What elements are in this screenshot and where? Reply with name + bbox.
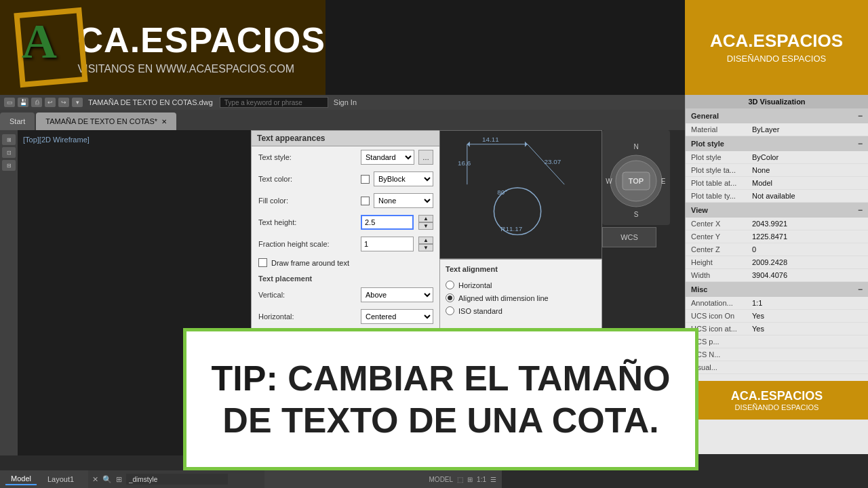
pp-ucsicon-at-row: UCS icon at... Yes [686,323,868,336]
text-height-row: Text height: ▲ ▼ [252,211,440,233]
model-icon-1[interactable]: ⬚ [457,476,463,483]
tb-icon-open[interactable]: ▭ [4,98,15,107]
fraction-height-row: Fraction height scale: ▲ ▼ [252,233,440,255]
svg-text:W: W [606,178,612,185]
model-icon-2[interactable]: ⊞ [467,476,473,483]
tb-icon-redo[interactable]: ↪ [58,98,69,107]
pp-centerx-val: 2043.9921 [752,220,863,228]
pp-section-general[interactable]: General − [686,108,868,123]
text-height-down[interactable]: ▼ [418,222,433,230]
pp-section-plotstyle[interactable]: Plot style − [686,136,868,151]
svg-text:R11.17: R11.17 [500,225,522,232]
radio-iso-row: ISO standard [446,304,596,317]
svg-text:S: S [634,211,639,218]
bb-tab-layout1[interactable]: Layout1 [42,474,79,485]
draw-frame-row: Draw frame around text [252,255,440,270]
vt-btn-1[interactable]: ⊞ [2,134,16,145]
pp-misc-collapse[interactable]: − [858,285,863,294]
vt-btn-2[interactable]: ⊡ [2,147,16,158]
svg-text:N: N [633,143,638,150]
pp-height-key: Height [691,258,752,266]
svg-text:14.11: 14.11 [482,136,499,143]
fill-color-row: Fill color: None [252,190,440,211]
pp-ucsp-row: UCS p... [686,336,868,348]
fill-color-select[interactable]: None [374,193,433,208]
vertical-label: Vertical: [258,291,357,299]
pp-height-val: 2009.2428 [752,258,863,266]
pp-centery-key: Center Y [691,232,752,241]
tb-icon-more[interactable]: ▾ [72,98,83,107]
dimstyle-header: Text appearances [252,131,440,146]
text-height-input[interactable] [361,215,414,230]
pp-plotstyle-collapse[interactable]: − [858,139,863,148]
horizontal-select[interactable]: Centered [361,309,433,324]
pp-visual-row: Visual... [686,361,868,374]
pp-general-collapse[interactable]: − [858,111,863,121]
horizontal-row: Horizontal: Centered [252,306,440,327]
text-color-label: Text color: [258,175,357,183]
pp-plotstyle-label: Plot style [691,140,724,148]
fraction-down[interactable]: ▼ [418,244,433,251]
vt-btn-3[interactable]: ⊟ [2,160,16,171]
pp-section-view[interactable]: View − [686,203,868,218]
svg-text:TOP: TOP [629,177,644,185]
tab-start-label: Start [9,117,25,125]
bb-tab-model[interactable]: Model [5,473,37,485]
svg-rect-0 [440,131,601,258]
radio-aligned[interactable] [446,293,454,302]
pp-plottable-at-val: Model [752,179,863,187]
svg-text:E: E [661,178,666,185]
vert-toolbar: ⊞ ⊡ ⊟ [0,130,18,455]
pp-centery-val: 1225.8471 [752,232,863,241]
pp-centerz-row: Center Z 0 [686,243,868,256]
text-style-label: Text style: [258,153,357,161]
fill-color-checkbox[interactable] [361,197,370,205]
text-style-select[interactable]: Standard [361,150,414,165]
titlebar-icons: ▭ 💾 ⎙ ↩ ↪ ▾ [4,98,83,107]
pp-ucsicon-on-val: Yes [752,312,863,320]
tab-dimstyle[interactable]: TAMAÑA DE TEXTO EN COTAS* ✕ [36,113,176,130]
fraction-height-label: Fraction height scale: [258,240,357,248]
pp-plotstyle-ta-val: None [752,166,863,174]
pp-plottable-ty-row: Plot table ty... Not available [686,190,868,203]
text-height-up[interactable]: ▲ [418,215,433,222]
preview-area: 14.11 16.6 23.07 80° R11.17 [439,130,602,259]
titlebar-signin[interactable]: Sign In [334,98,357,106]
text-color-checkbox[interactable] [361,175,370,184]
tab-start[interactable]: Start [0,113,35,130]
fraction-height-input[interactable] [361,237,414,251]
cmd-search-btn[interactable]: 🔍 [102,475,112,484]
vertical-select[interactable]: Above [361,287,433,302]
fraction-up[interactable]: ▲ [418,237,433,244]
logo-a-letter: A [22,14,57,70]
pp-section-misc[interactable]: Misc − [686,282,868,297]
pp-view-collapse[interactable]: − [858,205,863,215]
pp-plottable-at-key: Plot table at... [691,179,752,187]
text-placement-label: Text placement [252,270,440,284]
tb-icon-print[interactable]: ⎙ [31,98,42,107]
tb-icon-undo[interactable]: ↩ [45,98,56,107]
compass-svg: TOP N S E W [602,130,670,225]
radio-iso[interactable] [446,306,454,315]
radio-horizontal[interactable] [446,281,454,289]
text-height-label: Text height: [258,218,357,226]
pp-brand-title: ACA.ESPACIOS [694,389,860,403]
titlebar-search-input[interactable] [220,97,328,108]
tab-close-icon[interactable]: ✕ [161,118,167,125]
pp-material-row: Material ByLayer [686,123,868,136]
cmd-close-btn[interactable]: ✕ [92,475,98,484]
fill-color-label: Fill color: [258,197,357,205]
dimstyle-header-text: Text appearances [257,134,326,143]
text-style-edit-btn[interactable]: … [418,150,433,165]
pp-plotstyle-val: ByColor [752,153,863,161]
tip-body: CAMBIAR EL TAMAÑO DE TEXTO DE UNA COTA. [222,359,670,440]
cmd-input[interactable] [126,474,228,485]
tb-icon-save[interactable]: 💾 [18,98,28,107]
draw-frame-checkbox[interactable] [258,258,267,267]
model-icon-3[interactable]: ☰ [490,476,496,483]
pp-width-val: 3904.4076 [752,271,863,279]
pp-material-val: ByLayer [752,125,863,134]
cmd-icon-btn[interactable]: ⊞ [116,475,122,484]
text-color-select[interactable]: ByBlock [374,171,433,186]
draw-frame-label: Draw frame around text [271,259,349,267]
